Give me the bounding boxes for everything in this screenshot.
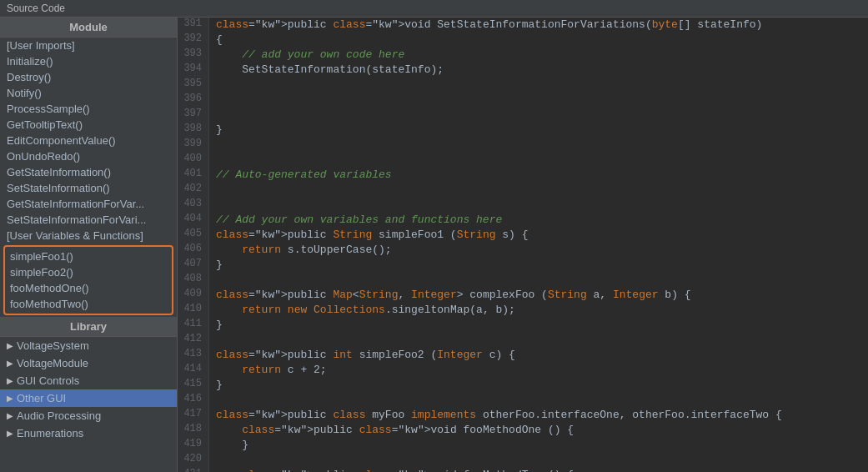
line-number: 395 (178, 78, 209, 93)
line-code: class="kw">public int simpleFoo2 (Intege… (209, 348, 515, 363)
line-code (209, 183, 223, 198)
line-code (209, 453, 223, 468)
line-number: 392 (178, 33, 209, 48)
code-line: 412 (178, 333, 868, 348)
title-label: Source Code (7, 3, 65, 14)
line-code: class="kw">public class="kw">void SetSta… (209, 18, 762, 33)
library-items: ▶VoltageSystem▶VoltageModule▶GUI Control… (0, 337, 177, 472)
code-line: 417class="kw">public class myFoo impleme… (178, 408, 868, 423)
line-code: class="kw">public class="kw">void fooMet… (209, 468, 574, 472)
library-item-label: Other GUI (17, 392, 66, 404)
code-content: 391class="kw">public class="kw">void Set… (178, 18, 868, 472)
line-number: 418 (178, 423, 209, 438)
library-item[interactable]: ▶VoltageSystem (0, 337, 177, 354)
line-number: 408 (178, 273, 209, 288)
module-item[interactable]: Initialize() (0, 53, 177, 69)
line-number: 416 (178, 393, 209, 408)
code-line: 418 class="kw">public class="kw">void fo… (178, 423, 868, 438)
module-item[interactable]: GetStateInformationForVar... (0, 196, 177, 212)
code-line: 392{ (178, 33, 868, 48)
library-item-label: VoltageSystem (17, 339, 89, 352)
line-number: 413 (178, 348, 209, 363)
code-line: 421 class="kw">public class="kw">void fo… (178, 468, 868, 472)
line-number: 409 (178, 288, 209, 303)
line-code: class="kw">public Map<String, Integer> c… (209, 288, 691, 303)
module-items: [User Imports]Initialize()Destroy()Notif… (0, 38, 177, 244)
code-line: 413class="kw">public int simpleFoo2 (Int… (178, 348, 868, 363)
line-code: } (209, 318, 223, 333)
main-layout: Module [User Imports]Initialize()Destroy… (0, 18, 868, 472)
module-item[interactable]: [User Variables & Functions] (0, 228, 177, 244)
line-code: // Auto-generated variables (209, 168, 392, 183)
line-code: } (209, 378, 223, 393)
code-line: 407} (178, 258, 868, 273)
code-line: 420 (178, 453, 868, 468)
line-number: 420 (178, 453, 209, 468)
line-number: 417 (178, 408, 209, 423)
line-number: 419 (178, 438, 209, 453)
code-line: 409class="kw">public Map<String, Integer… (178, 288, 868, 303)
line-number: 396 (178, 93, 209, 108)
module-header: Module (0, 18, 177, 38)
line-number: 402 (178, 183, 209, 198)
sidebar: Module [User Imports]Initialize()Destroy… (0, 18, 178, 472)
library-item[interactable]: ▶Audio Processing (0, 407, 177, 424)
line-number: 398 (178, 123, 209, 138)
line-number: 399 (178, 138, 209, 153)
module-item[interactable]: SetStateInformationForVari... (0, 212, 177, 228)
title-bar: Source Code (0, 0, 868, 18)
line-number: 415 (178, 378, 209, 393)
line-code (209, 93, 223, 108)
line-code (209, 153, 223, 168)
code-line: 414 return c + 2; (178, 363, 868, 378)
line-number: 421 (178, 468, 209, 472)
library-item[interactable]: ▶GUI Controls (0, 372, 177, 389)
expand-arrow-icon: ▶ (7, 359, 13, 368)
line-code (209, 78, 223, 93)
module-item[interactable]: EditComponentValue() (0, 133, 177, 148)
line-code (209, 198, 223, 213)
highlighted-method-item[interactable]: simpleFoo1() (5, 249, 172, 264)
line-code: class="kw">public class="kw">void fooMet… (209, 423, 574, 438)
line-number: 403 (178, 198, 209, 213)
line-number: 412 (178, 333, 209, 348)
module-item[interactable]: GetStateInformation() (0, 164, 177, 180)
expand-arrow-icon: ▶ (7, 341, 13, 350)
module-item[interactable]: GetTooltipText() (0, 117, 177, 133)
library-header: Library (0, 317, 177, 337)
module-item[interactable]: Notify() (0, 85, 177, 101)
line-number: 393 (178, 48, 209, 63)
library-item[interactable]: ▶VoltageModule (0, 354, 177, 372)
line-number: 401 (178, 168, 209, 183)
code-line: 411} (178, 318, 868, 333)
line-code (209, 138, 223, 153)
highlighted-method-item[interactable]: fooMethodOne() (5, 280, 172, 296)
code-line: 404// Add your own variables and functio… (178, 213, 868, 228)
code-line: 415} (178, 378, 868, 393)
code-line: 406 return s.toUpperCase(); (178, 243, 868, 258)
highlighted-method-item[interactable]: simpleFoo2() (5, 264, 172, 280)
line-number: 400 (178, 153, 209, 168)
module-item[interactable]: OnUndoRedo() (0, 148, 177, 164)
code-line: 410 return new Collections.singeltonMap(… (178, 303, 868, 318)
module-item[interactable]: [User Imports] (0, 38, 177, 53)
library-item[interactable]: ▶Enumerations (0, 424, 177, 442)
library-item[interactable]: ▶Other GUI (0, 389, 177, 407)
line-code: } (209, 438, 248, 453)
line-code: return s.toUpperCase(); (209, 243, 392, 258)
code-line: 408 (178, 273, 868, 288)
code-line: 399 (178, 138, 868, 153)
code-line: 400 (178, 153, 868, 168)
code-area[interactable]: 391class="kw">public class="kw">void Set… (178, 18, 868, 472)
library-item-label: GUI Controls (17, 374, 79, 387)
library-section: Library ▶VoltageSystem▶VoltageModule▶GUI… (0, 317, 177, 472)
module-item[interactable]: Destroy() (0, 69, 177, 85)
expand-arrow-icon: ▶ (7, 394, 13, 403)
module-item[interactable]: SetStateInformation() (0, 180, 177, 196)
highlighted-method-item[interactable]: fooMethodTwo() (5, 296, 172, 312)
module-item[interactable]: ProcessSample() (0, 101, 177, 117)
code-line: 397 (178, 108, 868, 123)
line-number: 411 (178, 318, 209, 333)
code-line: 416 (178, 393, 868, 408)
line-number: 414 (178, 363, 209, 378)
